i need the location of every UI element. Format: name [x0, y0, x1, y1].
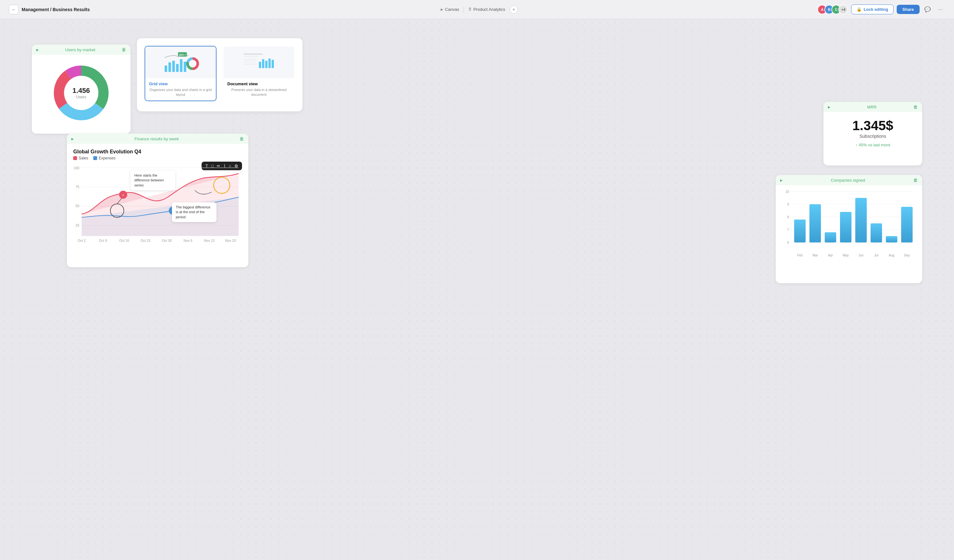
- lock-editing-button[interactable]: 🔒 Lock editing: [851, 5, 893, 14]
- svg-rect-19: [265, 61, 268, 68]
- companies-play-icon[interactable]: ▶: [780, 179, 783, 182]
- svg-rect-6: [172, 61, 175, 72]
- svg-text:A: A: [122, 193, 124, 197]
- svg-text:6: 6: [787, 241, 789, 244]
- svg-text:Sep: Sep: [904, 254, 910, 257]
- users-delete-button[interactable]: 🗑: [122, 47, 126, 52]
- tab-product-analytics-label: Product Analytics: [474, 7, 505, 12]
- share-button[interactable]: Share: [897, 5, 920, 14]
- svg-rect-24: [243, 64, 257, 65]
- svg-text:May: May: [843, 254, 849, 257]
- companies-card-title: Companies signed: [783, 178, 913, 183]
- users-card-title: Users by market: [39, 47, 122, 52]
- users-play-icon[interactable]: ▶: [36, 48, 39, 51]
- back-button[interactable]: ←: [9, 5, 19, 14]
- svg-text:9: 9: [787, 203, 789, 206]
- bar-chart: 10 9 8 7 6 Feb M: [782, 189, 916, 265]
- svg-rect-15: [243, 53, 263, 55]
- svg-text:Oct 2: Oct 2: [78, 239, 86, 243]
- finance-play-icon[interactable]: ▶: [71, 137, 74, 141]
- topnav-right: A B C +4 🔒 Lock editing Share 💬 ···: [817, 5, 945, 14]
- svg-rect-62: [825, 232, 836, 243]
- svg-text:Oct 23: Oct 23: [140, 239, 150, 243]
- grid-view-desc: Organizes your data and charts in a grid…: [149, 87, 212, 97]
- finance-delete-button[interactable]: 🗑: [240, 136, 244, 141]
- svg-rect-58: [794, 219, 806, 243]
- donut-value: 1.456: [72, 87, 90, 95]
- svg-text:Jun: Jun: [859, 254, 864, 257]
- svg-text:Aug: Aug: [889, 254, 895, 257]
- mrr-card-header: ▶ MRR 🗑: [823, 102, 922, 112]
- expenses-label: Expenses: [99, 156, 115, 160]
- topnav-center: ▶ Canvas ⠿ Product Analytics +: [436, 5, 518, 14]
- sales-dot: [73, 156, 77, 160]
- mrr-subscriptions: Subscriptions: [831, 134, 915, 139]
- svg-rect-22: [243, 59, 256, 60]
- doc-view-title: Document view: [228, 81, 290, 86]
- companies-card-body: 10 9 8 7 6 Feb M: [776, 185, 922, 269]
- chart-title: Global Growth Evolution Q4: [73, 149, 242, 155]
- svg-text:8: 8: [787, 215, 789, 219]
- grid-view-preview: 34% ↑: [145, 47, 216, 78]
- mrr-play-icon[interactable]: ▶: [828, 105, 831, 109]
- tab-canvas[interactable]: ▶ Canvas: [436, 5, 464, 14]
- mrr-delete-button[interactable]: 🗑: [913, 104, 918, 109]
- svg-rect-21: [271, 60, 274, 68]
- svg-text:Feb: Feb: [797, 254, 803, 257]
- topnav: ← Management / Business Results ▶ Canvas…: [0, 0, 954, 19]
- view-selection-modal: 34% ↑ Grid view Organizes your data and …: [137, 38, 302, 111]
- grid-preview-svg: 34% ↑: [161, 50, 200, 75]
- grid-icon: ⠿: [468, 7, 472, 12]
- svg-rect-4: [165, 65, 167, 72]
- annotation-1: Here starts the difference between serie…: [131, 171, 175, 190]
- svg-text:Jul: Jul: [874, 254, 879, 257]
- expenses-dot: [93, 156, 97, 160]
- topnav-left: ← Management / Business Results: [9, 5, 90, 14]
- svg-text:Nov 6: Nov 6: [184, 239, 193, 243]
- doc-view-info: Document view Presents your data in a st…: [223, 78, 294, 101]
- companies-delete-button[interactable]: 🗑: [913, 177, 918, 183]
- breadcrumb: Management / Business Results: [22, 7, 90, 12]
- svg-rect-17: [259, 62, 261, 68]
- grid-view-option[interactable]: 34% ↑ Grid view Organizes your data and …: [145, 46, 217, 101]
- donut-label: 1.456 Users: [72, 87, 90, 99]
- svg-rect-23: [243, 61, 255, 62]
- tab-product-analytics[interactable]: ⠿ Product Analytics: [464, 5, 510, 14]
- svg-rect-18: [262, 59, 264, 68]
- document-view-option[interactable]: Document view Presents your data in a st…: [223, 46, 295, 101]
- lock-label: Lock editing: [864, 7, 888, 12]
- grid-view-title: Grid view: [149, 81, 212, 86]
- breadcrumb-current: Business Results: [53, 7, 90, 12]
- companies-svg: 10 9 8 7 6 Feb M: [782, 189, 916, 265]
- svg-rect-20: [268, 59, 271, 68]
- chart-area: T □ ✏ ⌇ ○ ⚙ 100 75 50 25: [73, 164, 242, 247]
- svg-rect-5: [168, 62, 171, 72]
- svg-rect-16: [243, 56, 258, 57]
- mrr-change: ↑ 45% vs last mont: [831, 143, 915, 147]
- comment-icon: 💬: [924, 6, 931, 12]
- mrr-card-body: 1.345$ Subscriptions ↑ 45% vs last mont: [823, 112, 922, 152]
- canvas: ▶ Users by market 🗑 1.456: [0, 19, 954, 560]
- breadcrumb-parent[interactable]: Management: [22, 7, 49, 12]
- doc-view-preview: [223, 47, 294, 78]
- svg-text:Apr: Apr: [828, 254, 833, 257]
- svg-text:Nov 13: Nov 13: [204, 239, 215, 243]
- tab-add-button[interactable]: +: [510, 5, 518, 14]
- svg-text:50: 50: [75, 204, 79, 208]
- svg-rect-7: [176, 64, 179, 72]
- more-options-button[interactable]: ···: [935, 5, 945, 14]
- play-icon: ▶: [441, 8, 443, 11]
- svg-rect-64: [840, 212, 851, 243]
- users-card-header: ▶ Users by market 🗑: [32, 45, 131, 55]
- users-card-body: 1.456 Users: [32, 55, 131, 131]
- comment-button[interactable]: 💬: [923, 5, 932, 14]
- svg-rect-72: [901, 207, 913, 243]
- annotation-2: The biggest difference is at the end of …: [172, 202, 217, 222]
- svg-rect-70: [886, 236, 897, 243]
- finance-card-body: Global Growth Evolution Q4 Sales Expense…: [67, 144, 248, 252]
- svg-text:Oct 9: Oct 9: [99, 239, 107, 243]
- mrr-card: ▶ MRR 🗑 1.345$ Subscriptions ↑ 45% vs la…: [823, 102, 922, 165]
- mrr-card-title: MRR: [831, 105, 913, 109]
- mrr-value: 1.345$: [831, 118, 915, 133]
- finance-card-title: Finance results by week: [74, 137, 240, 141]
